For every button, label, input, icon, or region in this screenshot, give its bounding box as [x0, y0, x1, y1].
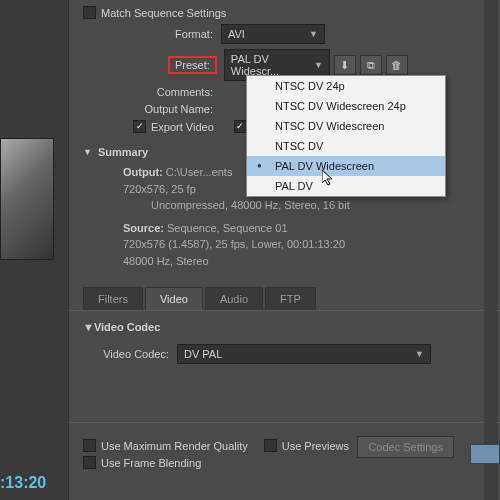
- source-line2: 720x576 (1.4587), 25 fps, Lower, 00:01:1…: [123, 238, 345, 250]
- preset-option[interactable]: NTSC DV Widescreen 24p: [247, 96, 445, 116]
- max-render-label: Use Maximum Render Quality: [101, 440, 248, 452]
- output-label: Output:: [123, 166, 163, 178]
- use-previews-checkbox[interactable]: [264, 439, 277, 452]
- use-previews-label: Use Previews: [282, 440, 349, 452]
- tab-video[interactable]: Video: [145, 287, 203, 310]
- triangle-down-icon: ▼: [83, 147, 92, 157]
- source-label: Source:: [123, 222, 164, 234]
- chevron-down-icon: ▼: [309, 29, 318, 39]
- export-video-checkbox[interactable]: [133, 120, 146, 133]
- triangle-down-icon: ▼: [83, 321, 94, 333]
- format-value: AVI: [228, 28, 245, 40]
- preset-option[interactable]: NTSC DV 24p: [247, 76, 445, 96]
- timecode: :13:20: [0, 474, 46, 492]
- chevron-down-icon: ▼: [415, 349, 424, 359]
- video-codec-value: DV PAL: [184, 348, 222, 360]
- save-preset-icon[interactable]: ⬇: [334, 55, 356, 75]
- max-render-checkbox[interactable]: [83, 439, 96, 452]
- delete-preset-icon[interactable]: 🗑: [386, 55, 408, 75]
- codec-settings-button: Codec Settings: [357, 436, 454, 458]
- video-codec-header[interactable]: ▼ Video Codec: [69, 310, 500, 339]
- preview-thumbnail: [0, 138, 54, 260]
- preset-dropdown[interactable]: NTSC DV 24pNTSC DV Widescreen 24pNTSC DV…: [246, 75, 446, 197]
- tab-filters[interactable]: Filters: [83, 287, 143, 310]
- chevron-down-icon: ▼: [314, 60, 323, 70]
- preset-label: Preset:: [169, 57, 216, 73]
- background-tab[interactable]: [470, 444, 500, 464]
- preset-option[interactable]: PAL DV Widescreen: [247, 156, 445, 176]
- frame-blending-label: Use Frame Blending: [101, 457, 201, 469]
- preset-option[interactable]: PAL DV: [247, 176, 445, 196]
- tab-audio[interactable]: Audio: [205, 287, 263, 310]
- scrollbar[interactable]: [484, 0, 498, 500]
- source-line3: 48000 Hz, Stereo: [123, 255, 209, 267]
- summary-title: Summary: [98, 146, 148, 158]
- export-audio-checkbox[interactable]: [234, 120, 247, 133]
- tab-ftp[interactable]: FTP: [265, 287, 316, 310]
- format-label: Format:: [83, 28, 213, 40]
- output-line2: 720x576, 25 fp: [123, 183, 196, 195]
- format-select[interactable]: AVI ▼: [221, 24, 325, 44]
- video-codec-label: Video Codec:: [83, 348, 169, 360]
- preset-value: PAL DV Widescr...: [231, 53, 314, 77]
- output-name-label: Output Name:: [83, 103, 213, 115]
- output-line3: Uncompressed, 48000 Hz, Stereo, 16 bit: [151, 199, 350, 211]
- match-sequence-checkbox[interactable]: [83, 6, 96, 19]
- import-preset-icon[interactable]: ⧉: [360, 55, 382, 75]
- comments-label: Comments:: [83, 86, 213, 98]
- video-codec-title: Video Codec: [94, 321, 160, 333]
- output-line1: C:\User...ents: [166, 166, 233, 178]
- video-codec-select[interactable]: DV PAL ▼: [177, 344, 431, 364]
- frame-blending-checkbox[interactable]: [83, 456, 96, 469]
- export-video-label: Export Video: [151, 121, 214, 133]
- preset-option[interactable]: NTSC DV: [247, 136, 445, 156]
- match-sequence-label: Match Sequence Settings: [101, 7, 226, 19]
- preset-option[interactable]: NTSC DV Widescreen: [247, 116, 445, 136]
- source-line1: Sequence, Sequence 01: [167, 222, 288, 234]
